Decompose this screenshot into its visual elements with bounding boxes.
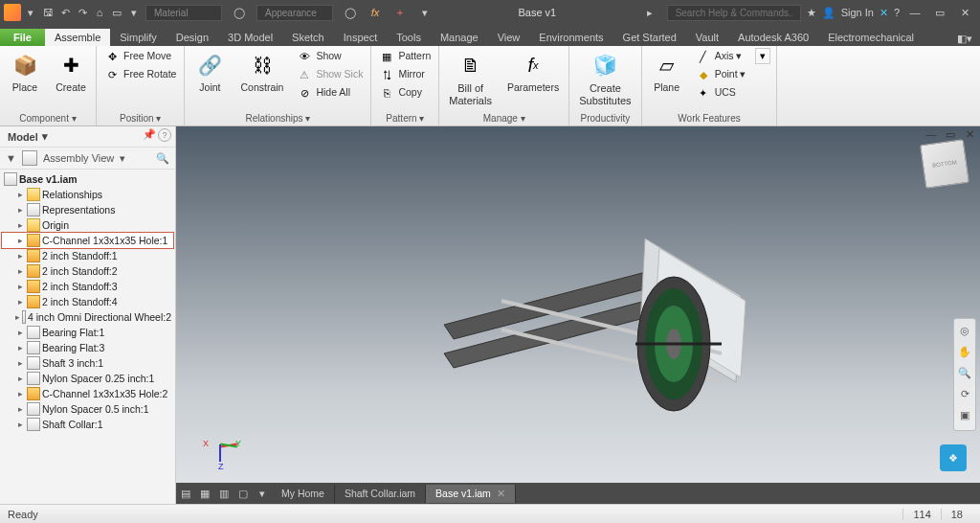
window-close[interactable]: ✕ — [955, 7, 974, 19]
pattern-button[interactable]: ▦Pattern — [377, 48, 433, 65]
group-title-component[interactable]: Component ▾ — [6, 111, 90, 125]
joint-button[interactable]: 🔗Joint — [190, 48, 229, 96]
tree-node[interactable]: ▸2 inch Standoff:3 — [2, 279, 173, 294]
tree-node[interactable]: ▸2 inch Standoff:1 — [2, 248, 173, 263]
doc-tabs-dropdown-icon[interactable]: ▾ — [253, 488, 272, 500]
tree-node[interactable]: ▸2 inch Standoff:2 — [2, 263, 173, 279]
model-tree[interactable]: Base v1.iam ▸Relationships▸Representatio… — [0, 170, 175, 504]
app-icon[interactable] — [4, 4, 21, 21]
menu-tab-assemble[interactable]: Assemble — [45, 29, 110, 46]
menu-tab-tools[interactable]: Tools — [387, 29, 431, 46]
parameters-button[interactable]: fxParameters — [503, 48, 563, 96]
group-title-relationships[interactable]: Relationships ▾ — [190, 111, 365, 125]
expand-icon[interactable]: ▸ — [15, 389, 25, 398]
view-cube[interactable]: BOTTOM — [920, 139, 969, 189]
tree-node[interactable]: ▸Nylon Spacer 0.5 inch:1 — [2, 401, 173, 417]
viewport[interactable]: — ▭ ✕ BOTTOM ◎ ✋ 🔍 ⟳ ▣ — [176, 126, 980, 504]
expand-icon[interactable]: ▸ — [15, 358, 25, 368]
document-tab[interactable]: Shaft Collar.iam — [335, 485, 426, 503]
exchange-icon[interactable]: ✕ — [880, 7, 888, 19]
doc-tabs-layout4-icon[interactable]: ▢ — [234, 488, 253, 500]
tree-node[interactable]: ▸Origin — [2, 217, 173, 233]
orbit-icon[interactable]: ⟳ — [957, 388, 972, 403]
menu-tab-get-started[interactable]: Get Started — [613, 29, 686, 46]
qat-overflow-icon[interactable]: ▾ — [417, 5, 433, 20]
doc-tabs-layout3-icon[interactable]: ▥ — [214, 488, 234, 500]
chevron-down-icon[interactable]: ▾ — [120, 152, 125, 165]
group-title-position[interactable]: Position ▾ — [102, 111, 178, 125]
show-sick-button[interactable]: ⚠Show Sick — [295, 66, 365, 83]
tree-node[interactable]: ▸Shaft 3 inch:1 — [2, 355, 173, 371]
menu-tab-view[interactable]: View — [488, 29, 530, 46]
expand-icon[interactable]: ▸ — [15, 420, 25, 429]
menu-tab-environments[interactable]: Environments — [529, 29, 612, 46]
create-button[interactable]: ✚ Create — [52, 48, 90, 96]
help-icon[interactable]: ? — [894, 7, 900, 18]
expand-icon[interactable]: ▸ — [15, 282, 25, 291]
tree-node[interactable]: ▸Representations — [2, 202, 173, 217]
viewport-minimize[interactable]: — — [924, 128, 938, 140]
viewport-restore[interactable]: ▭ — [944, 128, 957, 140]
menu-tab-autodesk-a360[interactable]: Autodesk A360 — [728, 29, 818, 46]
qat-more-icon[interactable]: ▾ — [126, 5, 142, 20]
tree-node[interactable]: ▸Nylon Spacer 0.25 inch:1 — [2, 371, 173, 386]
menu-tab-vault[interactable]: Vault — [686, 29, 728, 46]
qat-save-icon[interactable]: 🖫 — [40, 5, 56, 20]
expand-icon[interactable]: ▸ — [15, 328, 25, 337]
document-tab[interactable]: Base v1.iam✕ — [426, 485, 516, 503]
material-color-icon[interactable]: ◯ — [232, 5, 247, 20]
steering-wheel-icon[interactable]: ◎ — [957, 325, 972, 340]
expand-icon[interactable]: ▸ — [15, 251, 25, 261]
qat-select-icon[interactable]: ▭ — [109, 5, 124, 20]
window-minimize[interactable]: — — [905, 7, 924, 18]
close-tab-icon[interactable]: ✕ — [497, 488, 505, 499]
window-restore[interactable]: ▭ — [930, 7, 949, 19]
place-button[interactable]: 📦 Place — [6, 48, 44, 96]
expand-icon[interactable]: ▸ — [15, 236, 25, 245]
title-dropdown-icon[interactable]: ▸ — [642, 5, 657, 20]
create-substitutes-button[interactable]: 🧊CreateSubstitutes — [575, 48, 635, 108]
expand-icon[interactable]: ▸ — [15, 374, 25, 383]
expand-icon[interactable]: ▸ — [15, 266, 25, 276]
file-tab[interactable]: File — [0, 29, 45, 46]
tree-node[interactable]: ▸C-Channel 1x3x1x35 Hole:1 — [2, 233, 173, 248]
menu-tab-manage[interactable]: Manage — [431, 29, 488, 46]
find-icon[interactable]: 🔍 — [156, 152, 169, 165]
viewport-close[interactable]: ✕ — [963, 128, 976, 140]
doc-tabs-layout1-icon[interactable]: ▤ — [176, 488, 195, 500]
panel-pin-icon[interactable]: 📌 — [143, 128, 156, 141]
tree-root[interactable]: Base v1.iam — [2, 171, 173, 187]
plane-button[interactable]: ▱Plane — [648, 48, 686, 96]
point-button[interactable]: ◆Point ▾ — [694, 66, 748, 83]
menu-tab-sketch[interactable]: Sketch — [282, 29, 334, 46]
bom-button[interactable]: 🗎Bill ofMaterials — [445, 48, 496, 108]
qat-open-icon[interactable]: ▾ — [23, 5, 38, 20]
constrain-button[interactable]: ⛓Constrain — [236, 48, 287, 96]
free-move-button[interactable]: ✥Free Move — [102, 48, 178, 65]
work-feature-options-button[interactable]: ▾ — [755, 48, 770, 64]
group-title-manage[interactable]: Manage ▾ — [445, 111, 563, 125]
expand-icon[interactable]: ▸ — [15, 404, 25, 414]
menu-tab-design[interactable]: Design — [167, 29, 218, 46]
menu-tab-3d-model[interactable]: 3D Model — [218, 29, 282, 46]
mirror-button[interactable]: ⮁Mirror — [377, 66, 433, 83]
appearance-color-icon[interactable]: ◯ — [343, 5, 358, 20]
appearance-dropdown[interactable]: Appearance — [256, 5, 333, 21]
filter-icon[interactable]: ▼ — [6, 152, 16, 164]
hide-all-button[interactable]: ⊘Hide All — [295, 84, 365, 102]
tree-node[interactable]: ▸4 inch Omni Directional Wheel:2 — [2, 309, 173, 325]
share-icon[interactable]: ❖ — [940, 444, 967, 471]
tree-node[interactable]: ▸C-Channel 1x3x1x35 Hole:2 — [2, 386, 173, 401]
tree-node[interactable]: ▸Bearing Flat:3 — [2, 340, 173, 355]
menu-tab-simplify[interactable]: Simplify — [110, 29, 167, 46]
document-tab[interactable]: My Home — [272, 485, 335, 503]
expand-icon[interactable]: ▸ — [15, 312, 20, 322]
add-icon[interactable]: + — [392, 5, 408, 20]
free-rotate-button[interactable]: ⟳Free Rotate — [102, 66, 178, 83]
expand-icon[interactable]: ▸ — [15, 220, 25, 230]
qat-redo-icon[interactable]: ↷ — [75, 5, 90, 20]
assembly-view-dropdown[interactable]: Assembly View — [43, 152, 114, 164]
copy-button[interactable]: ⎘Copy — [377, 84, 433, 102]
material-dropdown[interactable]: Material — [145, 5, 222, 21]
qat-undo-icon[interactable]: ↶ — [57, 5, 73, 20]
